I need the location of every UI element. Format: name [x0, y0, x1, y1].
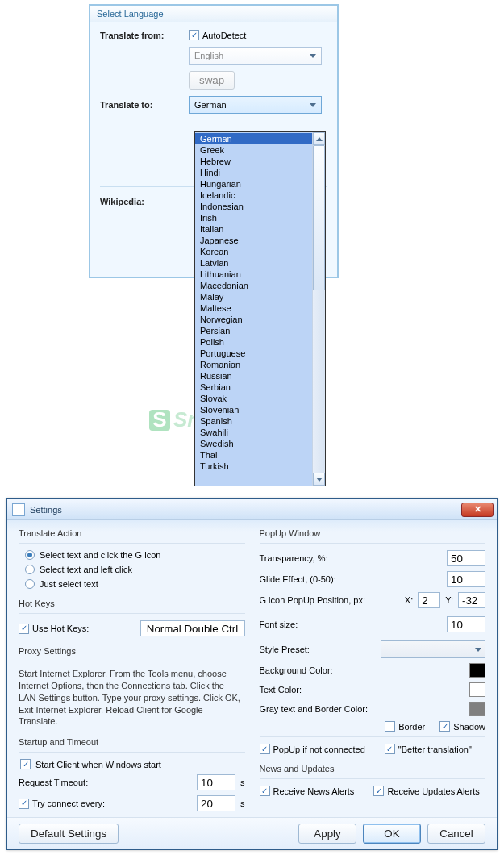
dropdown-item[interactable]: Spanish: [195, 415, 312, 427]
dropdown-item[interactable]: Japanese: [195, 235, 312, 246]
dropdown-item[interactable]: Portuguese: [195, 348, 312, 359]
check-icon: ✓: [385, 744, 395, 754]
shadow-checkbox[interactable]: ✓ Shadow: [439, 721, 485, 732]
scroll-down-button[interactable]: [313, 473, 325, 486]
border-label: Border: [398, 722, 425, 732]
check-icon: ✓: [260, 786, 270, 796]
close-icon: ✕: [474, 504, 481, 515]
receive-updates-label: Receive Updates Alerts: [387, 786, 479, 796]
dropdown-item[interactable]: Serbian: [195, 382, 312, 393]
dropdown-item[interactable]: Hindi: [195, 167, 312, 178]
dropdown-item[interactable]: Greek: [195, 144, 312, 156]
bg-color-label: Background Color:: [260, 665, 465, 675]
dropdown-item[interactable]: Korean: [195, 246, 312, 257]
scrollbar-track[interactable]: [313, 290, 325, 473]
radio-option-leftclick[interactable]: Select text and left click: [19, 565, 245, 574]
dropdown-item[interactable]: German: [195, 133, 312, 144]
popup-title: PopUp Window: [260, 528, 486, 538]
gicon-y-input[interactable]: [458, 592, 485, 608]
dropdown-item[interactable]: Polish: [195, 336, 312, 348]
close-button[interactable]: ✕: [461, 503, 494, 517]
radio-option-justselect[interactable]: Just select text: [19, 579, 245, 589]
y-label: Y:: [445, 595, 453, 605]
hotkeys-input[interactable]: [140, 620, 245, 636]
dropdown-item[interactable]: Slovak: [195, 393, 312, 404]
translate-from-combo[interactable]: English: [189, 47, 322, 65]
text-color-swatch[interactable]: [469, 682, 485, 697]
dropdown-item[interactable]: Maltese: [195, 302, 312, 314]
font-size-input[interactable]: [447, 616, 485, 632]
apply-button[interactable]: Apply: [298, 824, 356, 844]
ok-button[interactable]: OK: [363, 824, 421, 844]
radio-icon: [25, 579, 35, 589]
swap-button[interactable]: swap: [189, 71, 235, 90]
dropdown-item[interactable]: Italian: [195, 223, 312, 235]
chevron-down-icon: [316, 478, 323, 482]
gray-color-label: Gray text and Border Color:: [260, 704, 465, 714]
dropdown-item[interactable]: Swahili: [195, 427, 312, 438]
dropdown-item[interactable]: Persian: [195, 325, 312, 336]
dropdown-item[interactable]: Macedonian: [195, 280, 312, 291]
combo-value: English: [194, 51, 223, 60]
try-connect-checkbox[interactable]: ✓ Try connect every:: [19, 799, 105, 809]
try-connect-input[interactable]: [197, 795, 235, 811]
receive-updates-checkbox[interactable]: ✓ Receive Updates Alerts: [373, 786, 479, 796]
wikipedia-label: Wikipedia:: [100, 197, 189, 206]
titlebar[interactable]: Settings ✕: [7, 499, 497, 520]
scroll-up-button[interactable]: [313, 132, 325, 145]
dropdown-item[interactable]: Malay: [195, 291, 312, 302]
popup-if-not-connected-checkbox[interactable]: ✓ PopUp if not connected: [260, 744, 365, 754]
chevron-down-icon: [310, 54, 316, 58]
radio-option-gicon[interactable]: Select text and click the G icon: [19, 550, 245, 560]
better-translation-label: "Better translation": [398, 744, 472, 754]
cancel-button[interactable]: Cancel: [427, 824, 485, 844]
transparency-label: Transparency, %:: [260, 553, 443, 563]
hotkeys-title: Hot Keys: [19, 598, 245, 608]
dropdown-item[interactable]: Thai: [195, 449, 312, 461]
dropdown-item[interactable]: Hebrew: [195, 156, 312, 167]
dropdown-item[interactable]: Lithuanian: [195, 269, 312, 280]
style-preset-combo[interactable]: [381, 640, 485, 658]
translate-to-combo[interactable]: German: [189, 96, 322, 114]
dropdown-item[interactable]: Latvian: [195, 257, 312, 269]
dropdown-item[interactable]: Swedish: [195, 438, 312, 449]
translate-to-dropdown-list[interactable]: GermanGreekHebrewHindiHungarianIcelandic…: [194, 131, 326, 486]
scrollbar-thumb[interactable]: [313, 145, 325, 290]
default-settings-button[interactable]: Default Settings: [19, 824, 119, 844]
dropdown-item[interactable]: Irish: [195, 212, 312, 223]
bg-color-swatch[interactable]: [469, 663, 485, 678]
font-size-label: Font size:: [260, 619, 443, 629]
divider: [260, 778, 486, 779]
glide-input[interactable]: [447, 571, 485, 587]
dropdown-item[interactable]: Hungarian: [195, 178, 312, 190]
better-translation-checkbox[interactable]: ✓ "Better translation": [385, 744, 472, 754]
gray-color-swatch[interactable]: [469, 702, 485, 716]
popup-if-label: PopUp if not connected: [273, 744, 365, 754]
dropdown-item[interactable]: Indonesian: [195, 201, 312, 212]
receive-news-checkbox[interactable]: ✓ Receive News Alerts: [260, 786, 355, 796]
news-title: News and Updates: [260, 764, 486, 774]
request-timeout-input[interactable]: [197, 774, 235, 790]
check-icon: ✓: [189, 30, 199, 40]
seconds-label: s: [240, 778, 245, 787]
dropdown-item[interactable]: Russian: [195, 370, 312, 382]
dropdown-item[interactable]: Romanian: [195, 359, 312, 370]
dropdown-item[interactable]: Icelandic: [195, 190, 312, 201]
dropdown-item[interactable]: Turkish: [195, 461, 312, 472]
gicon-x-input[interactable]: [418, 592, 440, 608]
text-color-label: Text Color:: [260, 685, 465, 694]
dropdown-item[interactable]: Slovenian: [195, 404, 312, 415]
start-with-windows-checkbox[interactable]: ✓ Start Client when Windows start: [19, 759, 245, 770]
chevron-down-icon: [475, 648, 481, 652]
transparency-input[interactable]: [447, 550, 485, 566]
use-hotkeys-checkbox[interactable]: ✓ Use Hot Keys:: [19, 624, 89, 634]
dialog-footer: Default Settings Apply OK Cancel: [7, 817, 497, 849]
proxy-title: Proxy Settings: [19, 646, 245, 656]
border-checkbox[interactable]: ✓ Border: [385, 721, 425, 732]
translate-from-label: Translate from:: [100, 31, 189, 40]
scrollbar[interactable]: [312, 132, 325, 486]
dropdown-item[interactable]: Norwegian: [195, 314, 312, 325]
proxy-instructions: Start Internet Explorer. From the Tools …: [19, 668, 245, 728]
radio-label: Select text and left click: [40, 565, 132, 574]
autodetect-checkbox[interactable]: ✓ AutoDetect: [189, 30, 246, 40]
